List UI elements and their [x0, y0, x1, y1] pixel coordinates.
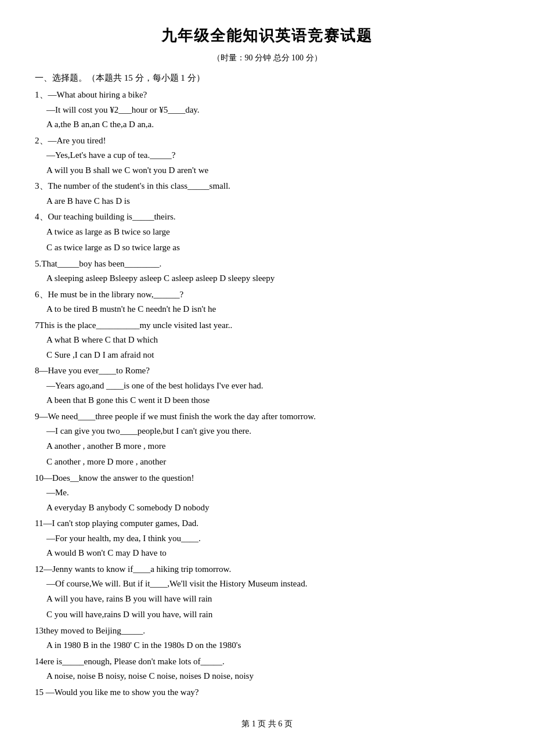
question-7: 7This is the place__________my uncle vis… — [35, 318, 499, 363]
question-3: 3、The number of the student's in this cl… — [35, 179, 499, 208]
question-line-6-0: 6、He must be in the library now,______? — [35, 287, 499, 303]
question-line-7-1: A what B where C that D which — [35, 333, 499, 348]
question-line-1-1: —It will cost you ¥2___hour or ¥5____day… — [35, 103, 499, 118]
question-line-15-0: 15 —Would you like me to show you the wa… — [35, 685, 499, 700]
question-line-10-1: —Me. — [35, 485, 499, 501]
option-line-8-0: A been that B gone this C went it D been… — [35, 393, 499, 408]
question-line-12-0: 12—Jenny wants to know if____a hiking tr… — [35, 562, 499, 577]
option-line-4-0: A twice as large as B twice so large — [35, 225, 499, 240]
question-line-1-0: 1、—What about hiring a bike? — [35, 88, 499, 103]
question-line-4-0: 4、Our teaching building is_____theirs. — [35, 210, 499, 225]
option-line-3-0: A are B have C has D is — [35, 194, 499, 209]
question-line-7-2: C Sure ,I can D I am afraid not — [35, 348, 499, 363]
question-line-10-0: 10—Does__know the answer to the question… — [35, 471, 499, 486]
question-6: 6、He must be in the library now,______?A… — [35, 287, 499, 317]
question-line-14-0: 14ere is_____enough, Please don't make l… — [35, 654, 499, 669]
option-line-11-0: A would B won't C may D have to — [35, 546, 499, 561]
question-line-12-1: —Of course,We will. But if it____,We'll … — [35, 577, 499, 592]
question-line-2-0: 2、—Are you tired! — [35, 134, 499, 149]
question-line-3-0: 3、The number of the student's in this cl… — [35, 179, 499, 194]
page-title: 九年级全能知识英语竞赛试题 — [35, 23, 499, 49]
option-line-5-0: A sleeping asleep Bsleepy asleep C aslee… — [35, 271, 499, 286]
question-5: 5.That_____boy has been________.A sleepi… — [35, 257, 499, 286]
question-1: 1、—What about hiring a bike?—It will cos… — [35, 88, 499, 132]
option-line-6-0: A to be tired B mustn't he C needn't he … — [35, 302, 499, 317]
option-line-12-0: A will you have, rains B you will have w… — [35, 592, 499, 607]
question-9: 9—We need____three people if we must fin… — [35, 409, 499, 470]
option-line-14-0: A noise, noise B noisy, noise C noise, n… — [35, 669, 499, 684]
option-line-13-0: A in 1980 B in the 1980' C in the 1980s … — [35, 638, 499, 653]
page-subtitle: （时量：90 分钟 总分 100 分） — [35, 51, 499, 65]
question-line-8-0: 8—Have you ever____to Rome? — [35, 363, 499, 379]
question-10: 10—Does__know the answer to the question… — [35, 471, 499, 516]
question-line-13-0: 13they moved to Beijing_____. — [35, 624, 499, 639]
question-line-11-0: 11—I can't stop playing computer games, … — [35, 516, 499, 531]
question-line-11-1: —For your health, my dea, I think you___… — [35, 531, 499, 546]
option-line-9-1: C another , more D more , another — [35, 455, 499, 470]
page-footer: 第 1 页 共 6 页 — [35, 717, 499, 731]
option-line-4-1: C as twice large as D so twice large as — [35, 240, 499, 255]
question-15: 15 —Would you like me to show you the wa… — [35, 685, 499, 700]
question-line-8-1: —Years ago,and ____is one of the best ho… — [35, 379, 499, 394]
question-line-7-0: 7This is the place__________my uncle vis… — [35, 318, 499, 333]
question-line-2-1: —Yes,Let's have a cup of tea._____? — [35, 148, 499, 163]
section1-header: 一、选择题。（本题共 15 分，每小题 1 分） — [35, 71, 499, 86]
question-line-9-1: —I can give you two____people,but I can'… — [35, 424, 499, 439]
question-line-5-0: 5.That_____boy has been________. — [35, 257, 499, 272]
option-line-10-0: A everyday B anybody C somebody D nobody — [35, 501, 499, 516]
question-11: 11—I can't stop playing computer games, … — [35, 516, 499, 561]
option-line-12-1: C you will have,rains D will you have, w… — [35, 607, 499, 622]
option-line-2-0: A will you B shall we C won't you D aren… — [35, 163, 499, 178]
question-8: 8—Have you ever____to Rome?—Years ago,an… — [35, 363, 499, 408]
question-2: 2、—Are you tired!—Yes,Let's have a cup o… — [35, 134, 499, 178]
question-line-9-0: 9—We need____three people if we must fin… — [35, 409, 499, 424]
question-4: 4、Our teaching building is_____theirs.A … — [35, 210, 499, 255]
question-12: 12—Jenny wants to know if____a hiking tr… — [35, 562, 499, 622]
option-line-9-0: A another , another B more , more — [35, 439, 499, 454]
question-13: 13they moved to Beijing_____.A in 1980 B… — [35, 624, 499, 653]
option-line-1-0: A a,the B an,an C the,a D an,a. — [35, 117, 499, 132]
question-14: 14ere is_____enough, Please don't make l… — [35, 654, 499, 684]
questions-container: 1、—What about hiring a bike?—It will cos… — [35, 88, 499, 700]
